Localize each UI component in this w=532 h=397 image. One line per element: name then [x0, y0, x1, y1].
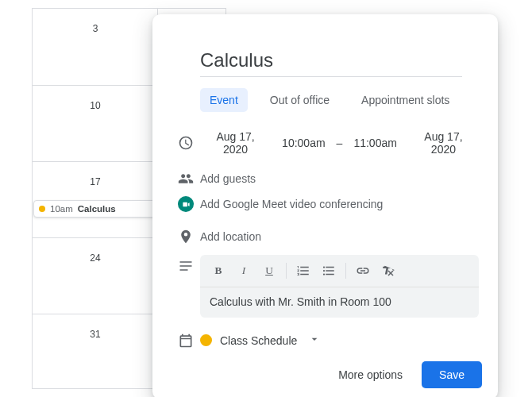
bold-button[interactable]: B — [206, 260, 230, 282]
guests-placeholder[interactable]: Add guests — [200, 172, 479, 185]
people-icon — [172, 171, 200, 187]
calendar-name: Class Schedule — [220, 334, 297, 347]
numbered-list-button[interactable] — [291, 260, 315, 282]
meet-placeholder[interactable]: Add Google Meet video conferencing — [200, 198, 479, 210]
datetime-row: Aug 17, 2020 10:00am – 11:00am Aug 17, 2… — [152, 120, 498, 166]
italic-button[interactable]: I — [232, 260, 256, 282]
formatting-toolbar: B I U — [200, 255, 479, 287]
day-number[interactable]: 17 — [33, 162, 158, 187]
tab-out-of-office[interactable]: Out of office — [260, 88, 339, 112]
day-number[interactable]: 3 — [33, 9, 158, 34]
close-button[interactable] — [461, 21, 490, 49]
time-dash: – — [337, 137, 343, 149]
dialog-footer: More options Save — [152, 357, 498, 390]
tab-appointment-slots[interactable]: Appointment slots — [352, 88, 459, 112]
calendar-color-dot — [200, 334, 212, 346]
event-chip-time: 10am — [50, 204, 73, 214]
day-number[interactable]: 24 — [33, 238, 158, 264]
end-date-button[interactable]: Aug 17, 2020 — [408, 127, 479, 159]
clock-icon — [172, 135, 200, 151]
description-icon — [172, 252, 200, 324]
clear-formatting-button[interactable] — [376, 260, 400, 282]
link-button[interactable] — [351, 260, 375, 282]
event-chip-title: Calculus — [78, 204, 116, 214]
calendar-event-chip[interactable]: 10am Calculus — [33, 200, 163, 218]
end-time-button[interactable]: 11:00am — [350, 133, 399, 152]
calendar-select-row[interactable]: Class Schedule — [152, 324, 498, 357]
event-create-dialog: Event Out of office Appointment slots Au… — [152, 14, 498, 397]
chevron-down-icon — [308, 336, 321, 348]
toolbar-divider — [286, 263, 287, 279]
location-placeholder[interactable]: Add location — [200, 230, 479, 243]
start-time-button[interactable]: 10:00am — [279, 133, 328, 152]
google-meet-icon — [178, 196, 194, 212]
guests-row[interactable]: Add guests — [152, 166, 498, 191]
more-options-button[interactable]: More options — [330, 362, 411, 387]
description-input[interactable] — [200, 287, 479, 318]
calendar-icon — [172, 333, 200, 349]
location-row[interactable]: Add location — [152, 222, 498, 252]
description-editor: B I U — [200, 255, 479, 318]
bulleted-list-button[interactable] — [317, 260, 341, 282]
event-title-input[interactable] — [200, 48, 462, 77]
meet-row[interactable]: Add Google Meet video conferencing — [152, 191, 498, 217]
event-color-dot — [39, 206, 45, 212]
calendar-dropdown-button[interactable] — [305, 331, 324, 349]
event-type-tabs: Event Out of office Appointment slots — [200, 88, 498, 112]
save-button[interactable]: Save — [422, 361, 482, 388]
location-icon — [172, 229, 200, 245]
underline-button[interactable]: U — [257, 260, 281, 282]
day-number[interactable]: 10 — [33, 86, 158, 111]
day-number[interactable]: 31 — [33, 314, 158, 340]
toolbar-divider — [345, 263, 346, 279]
tab-event[interactable]: Event — [200, 88, 248, 112]
start-date-button[interactable]: Aug 17, 2020 — [200, 127, 271, 159]
